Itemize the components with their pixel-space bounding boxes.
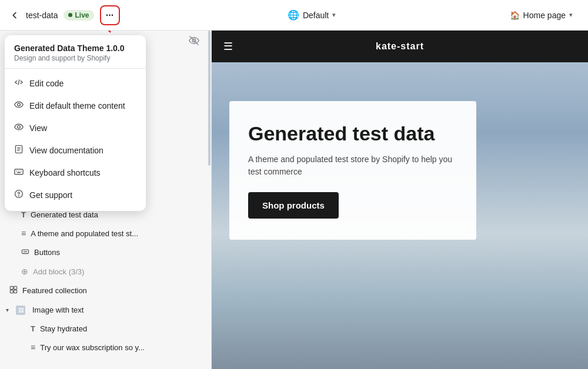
list-item-image-with-text[interactable]: ▾ 🖼 Image with text (0, 300, 211, 320)
keyboard-icon (14, 167, 24, 179)
sidebar-list: T Generated test data ≡ A theme and popu… (0, 201, 211, 361)
globe-icon: 🌐 (288, 9, 299, 21)
list-item-featured-collection[interactable]: Featured collection (0, 281, 211, 300)
hamburger-icon: ☰ (223, 40, 233, 53)
topbar-center: 🌐 Default ▾ (127, 6, 497, 24)
svg-rect-16 (14, 286, 17, 289)
text-lines-icon-2: ≡ (31, 343, 35, 352)
dropdown-item-view[interactable]: View (5, 117, 146, 139)
default-label: Default (303, 11, 329, 20)
homepage-label: Home page (523, 11, 566, 20)
preview-toggle-icon[interactable] (189, 35, 199, 48)
preview-logo: kate-start (376, 41, 424, 52)
home-page-selector[interactable]: 🏠 Home page ▾ (504, 7, 579, 24)
sidebar: Generated Data Theme 1.0.0 Design and su… (0, 31, 212, 369)
hero-title: Generated test data (248, 122, 457, 145)
image-with-text-label: Image with text (32, 306, 83, 314)
book-icon (14, 145, 24, 156)
hero-subtitle: A theme and populated test store by Shop… (248, 153, 457, 178)
more-button[interactable]: ··· (100, 5, 120, 25)
dropdown-menu: Generated Data Theme 1.0.0 Design and su… (5, 35, 146, 211)
add-block-button[interactable]: ⊕ Add block (3/3) (0, 262, 211, 281)
view-label: View (29, 123, 47, 133)
edit-default-label: Edit default theme content (29, 101, 125, 110)
text-icon-sm: T (31, 324, 35, 333)
text-icon: T (21, 210, 26, 219)
preview-area: ☰ kate-start Generated test data A theme… (212, 31, 588, 369)
live-badge: Live (64, 10, 93, 21)
svg-rect-6 (15, 169, 23, 175)
list-item-theme-populated[interactable]: ≡ A theme and populated test st... (0, 224, 211, 243)
image-thumb-icon: 🖼 (16, 305, 25, 315)
collapse-arrow-icon: ▾ (6, 307, 9, 313)
button-icon (21, 247, 29, 257)
home-icon: 🏠 (510, 11, 520, 20)
view-icon (14, 122, 24, 134)
list-item-stay-hydrated[interactable]: T Stay hydrated (0, 320, 211, 338)
preview-navbar: ☰ kate-start (212, 31, 588, 62)
theme-populated-label: A theme and populated test st... (31, 229, 138, 238)
eye-settings-icon (14, 100, 24, 112)
arrow-indicator (75, 31, 122, 35)
support-icon (14, 189, 24, 201)
code-icon (14, 78, 24, 89)
add-block-label: Add block (3/3) (33, 267, 84, 276)
dropdown-item-support[interactable]: Get support (5, 184, 146, 206)
dropdown-title: Generated Data Theme 1.0.0 (14, 43, 136, 53)
svg-rect-15 (10, 286, 13, 289)
svg-point-0 (18, 103, 21, 106)
topbar-left: test-data Live ··· (9, 5, 120, 25)
buttons-label: Buttons (34, 248, 60, 257)
live-dot (68, 13, 72, 17)
stay-hydrated-label: Stay hydrated (40, 324, 87, 333)
svg-rect-18 (14, 290, 17, 293)
more-dots: ··· (106, 10, 113, 21)
try-wax-label: Try our wax subscription so y... (40, 343, 145, 352)
chevron-down-icon: ▾ (569, 11, 573, 19)
shop-products-button[interactable]: Shop products (248, 192, 339, 219)
grid-icon (9, 286, 18, 296)
dropdown-item-edit-code[interactable]: Edit code (5, 72, 146, 95)
dropdown-item-view-docs[interactable]: View documentation (5, 139, 146, 162)
back-button[interactable] (9, 10, 20, 21)
list-item-try-wax[interactable]: ≡ Try our wax subscription so y... (0, 338, 211, 357)
store-name: test-data (26, 11, 58, 20)
generated-test-data-label: Generated test data (31, 210, 98, 219)
edit-code-label: Edit code (29, 79, 64, 88)
default-selector[interactable]: 🌐 Default ▾ (282, 6, 342, 24)
live-label: Live (75, 11, 89, 19)
dropdown-subtitle: Design and support by Shopify (14, 54, 136, 62)
keyboard-shortcuts-label: Keyboard shortcuts (29, 168, 101, 177)
get-support-label: Get support (29, 190, 72, 200)
plus-circle-icon: ⊕ (21, 267, 28, 276)
dropdown-item-keyboard[interactable]: Keyboard shortcuts (5, 162, 146, 184)
topbar-right: 🏠 Home page ▾ (504, 7, 579, 24)
preview-content: ☰ kate-start Generated test data A theme… (212, 31, 588, 369)
main-layout: Generated Data Theme 1.0.0 Design and su… (0, 31, 588, 369)
svg-rect-17 (10, 290, 13, 293)
svg-point-1 (18, 126, 21, 129)
topbar: test-data Live ··· 🌐 Default ▾ 🏠 Home pa… (0, 0, 588, 31)
dropdown-item-edit-default[interactable]: Edit default theme content (5, 95, 146, 117)
scrollbar-thumb (208, 31, 211, 166)
chevron-down-icon: ▾ (332, 11, 336, 19)
view-docs-label: View documentation (29, 146, 103, 155)
list-item-buttons[interactable]: Buttons (0, 243, 211, 262)
featured-collection-label: Featured collection (22, 286, 87, 295)
scrollbar[interactable] (208, 31, 211, 369)
hero-card: Generated test data A theme and populate… (229, 101, 476, 240)
text-lines-icon: ≡ (21, 229, 26, 238)
dropdown-header: Generated Data Theme 1.0.0 Design and su… (5, 43, 146, 69)
